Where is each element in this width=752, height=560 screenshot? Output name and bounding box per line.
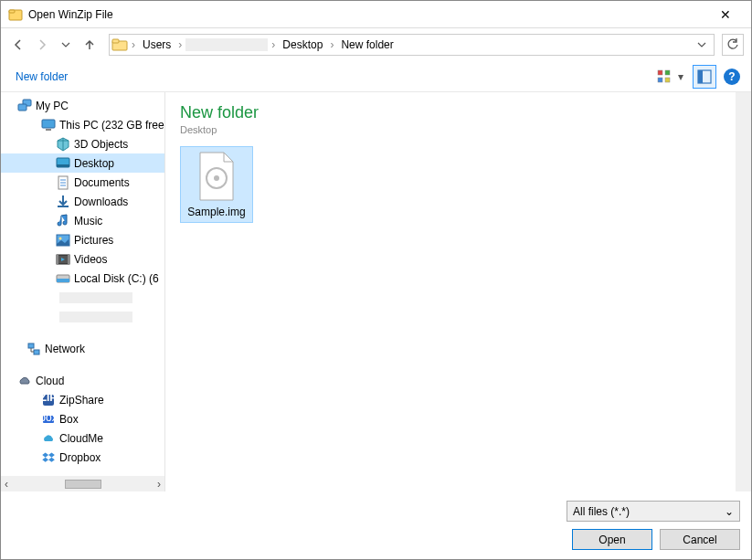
view-options-button[interactable]	[652, 65, 676, 89]
chevron-right-icon: ›	[176, 38, 184, 51]
sidebar: My PCThis PC (232 GB free3D ObjectsDeskt…	[1, 92, 165, 491]
svg-point-22	[59, 237, 62, 239]
horizontal-scrollbar[interactable]: ‹ ›	[1, 476, 164, 491]
back-button[interactable]	[8, 35, 28, 55]
tree-label: Cloud	[36, 375, 64, 387]
tree-item-redacted-10[interactable]	[1, 288, 164, 307]
tree-item-my-pc[interactable]: My PC	[1, 96, 164, 115]
svg-rect-1	[9, 10, 15, 13]
breadcrumb[interactable]: › Users › › Desktop › New folder	[109, 34, 715, 56]
up-button[interactable]	[79, 35, 100, 55]
scroll-right-icon[interactable]: ›	[157, 478, 161, 491]
titlebar: Open WinZip File ✕	[1, 1, 751, 28]
tree-label: Videos	[74, 253, 107, 266]
tree-label: Documents	[74, 176, 130, 189]
tree-label: ZipShare	[59, 394, 104, 407]
svg-rect-20	[58, 206, 69, 207]
svg-rect-9	[698, 70, 703, 83]
cloud-icon	[17, 374, 32, 388]
blank-icon	[41, 291, 56, 305]
open-button[interactable]: Open	[572, 529, 652, 550]
monitor-icon	[41, 118, 56, 132]
crumb-redacted[interactable]	[185, 38, 268, 51]
tree-item-videos[interactable]: Videos	[1, 249, 164, 269]
preview-pane-button[interactable]	[693, 65, 716, 89]
chevron-down-icon: ⌄	[725, 505, 734, 518]
blank-icon	[41, 310, 56, 324]
dropbox-icon	[41, 450, 56, 465]
tree-item-cloudme[interactable]: CloudMe	[1, 428, 164, 448]
cloudme-icon	[41, 431, 56, 446]
tree-item-zipshare[interactable]: ZIPZipShare	[1, 390, 164, 409]
tree-item-network[interactable]: Network	[1, 339, 164, 358]
tree-label: Local Disk (C:) (6	[74, 272, 159, 285]
tree-item-3d-objects[interactable]: 3D Objects	[1, 134, 164, 153]
tree-label: Network	[45, 343, 85, 355]
tree-item-local-disk-c-6[interactable]: Local Disk (C:) (6	[1, 269, 164, 288]
window-title: Open WinZip File	[28, 8, 707, 21]
chevron-right-icon: ›	[328, 38, 335, 51]
svg-text:ZIP: ZIP	[41, 393, 56, 404]
tree-item-cloud[interactable]: Cloud	[1, 371, 164, 390]
tree-label: Downloads	[74, 195, 128, 208]
svg-rect-7	[665, 78, 670, 82]
footer: All files (*.*) ⌄ Open Cancel	[1, 491, 751, 559]
tree-item-this-pc-232-gb-free[interactable]: This PC (232 GB free	[1, 115, 164, 134]
3d-icon	[56, 137, 70, 152]
svg-rect-29	[34, 350, 39, 354]
tree-item-box[interactable]: boxBox	[1, 409, 164, 428]
tree-item-redacted-11[interactable]	[1, 307, 164, 326]
tree-item-pictures[interactable]: Pictures	[1, 230, 164, 249]
pc-icon	[17, 99, 32, 113]
svg-rect-3	[112, 39, 119, 43]
scroll-left-icon[interactable]: ‹	[5, 478, 8, 491]
crumb-desktop[interactable]: Desktop	[279, 38, 326, 51]
tree-label: Music	[74, 215, 102, 227]
doc-icon	[56, 175, 70, 190]
chevron-right-icon: ›	[130, 38, 137, 51]
zipshare-icon: ZIP	[41, 393, 56, 407]
file-item[interactable]: Sample.img	[180, 146, 253, 223]
breadcrumb-dropdown[interactable]	[692, 40, 712, 49]
tree-label: My PC	[36, 100, 69, 112]
file-grid: Sample.img	[180, 146, 721, 223]
folder-icon	[111, 37, 128, 53]
help-button[interactable]: ?	[724, 69, 740, 85]
refresh-button[interactable]	[722, 34, 744, 56]
svg-rect-6	[658, 78, 662, 82]
tree-item-dropbox[interactable]: Dropbox	[1, 448, 164, 467]
file-label: Sample.img	[187, 206, 245, 218]
svg-rect-28	[28, 343, 34, 348]
tree-item-documents[interactable]: Documents	[1, 173, 164, 192]
svg-rect-12	[42, 120, 55, 128]
filter-label: All files (*.*)	[573, 505, 630, 518]
crumb-users[interactable]: Users	[139, 38, 175, 51]
nav-row: › Users › › Desktop › New folder	[1, 28, 751, 61]
cancel-button[interactable]: Cancel	[660, 529, 740, 550]
svg-rect-15	[57, 164, 69, 167]
svg-point-35	[214, 175, 219, 181]
download-icon	[56, 195, 70, 209]
crumb-newfolder[interactable]: New folder	[337, 38, 397, 51]
tree-label: 3D Objects	[74, 138, 128, 151]
tree-item-desktop[interactable]: Desktop	[1, 153, 164, 173]
tree-label	[59, 292, 132, 303]
folder-subtitle: Desktop	[180, 124, 721, 135]
recent-dropdown[interactable]	[56, 35, 76, 55]
scroll-thumb[interactable]	[65, 480, 101, 489]
desktop-icon	[56, 156, 70, 171]
tree-item-music[interactable]: Music	[1, 211, 164, 230]
close-button[interactable]: ✕	[707, 7, 744, 22]
toolbar: New folder ▾ ?	[1, 61, 751, 92]
new-folder-button[interactable]: New folder	[12, 67, 71, 87]
vertical-scrollbar[interactable]	[736, 92, 751, 491]
svg-rect-4	[658, 70, 662, 75]
file-type-filter[interactable]: All files (*.*) ⌄	[567, 501, 740, 522]
tree-label	[59, 312, 132, 322]
forward-button	[32, 35, 52, 55]
tree-label: Pictures	[74, 234, 113, 247]
view-dropdown-icon[interactable]: ▾	[678, 70, 691, 83]
tree-item-downloads[interactable]: Downloads	[1, 192, 164, 211]
svg-text:box: box	[41, 412, 56, 424]
box-icon: box	[41, 412, 56, 427]
